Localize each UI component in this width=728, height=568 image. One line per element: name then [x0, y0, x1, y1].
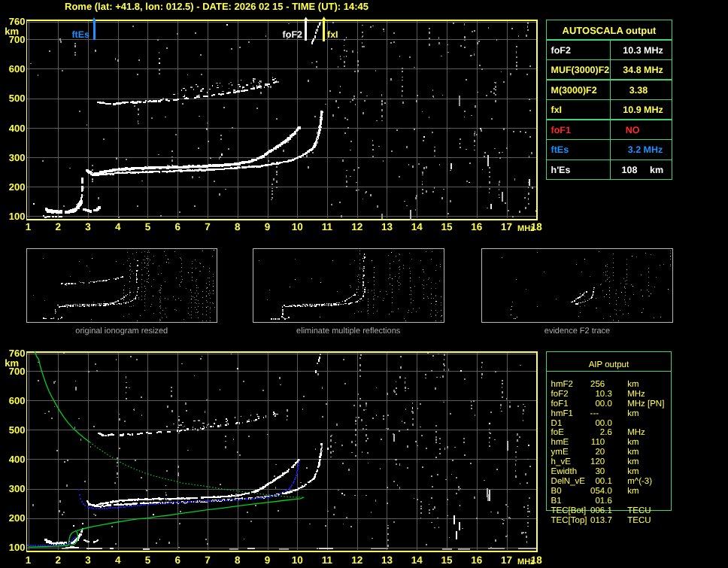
svg-text:14: 14: [411, 554, 423, 566]
svg-text:foF2: foF2: [283, 29, 302, 40]
svg-text:ymE: ymE: [551, 448, 569, 457]
svg-text:8: 8: [235, 554, 241, 566]
svg-text:256: 256: [590, 380, 605, 389]
svg-text:B1: B1: [551, 497, 562, 506]
svg-text:00: 00: [595, 419, 605, 428]
svg-text:TECU: TECU: [627, 516, 651, 525]
svg-text:km: km: [627, 380, 639, 389]
svg-text:10.9 MHz: 10.9 MHz: [623, 105, 663, 115]
svg-text:12: 12: [351, 221, 362, 232]
svg-text:120: 120: [590, 457, 605, 466]
svg-text:TECU: TECU: [627, 506, 651, 515]
svg-text:10: 10: [595, 390, 605, 399]
svg-text:ftEs: ftEs: [551, 144, 569, 155]
svg-text:14: 14: [411, 221, 423, 232]
svg-text:m^(-3): m^(-3): [627, 477, 652, 486]
svg-text:MHz: MHz: [627, 428, 645, 437]
svg-text:hmF2: hmF2: [551, 380, 573, 389]
svg-text:3.38: 3.38: [629, 85, 648, 96]
svg-text:10: 10: [292, 221, 303, 232]
svg-text:km: km: [5, 26, 19, 37]
svg-text:fxI: fxI: [551, 105, 563, 115]
svg-text:4: 4: [115, 554, 121, 566]
svg-text:100: 100: [9, 211, 26, 222]
svg-text:9: 9: [265, 554, 271, 566]
svg-text:600: 600: [9, 395, 26, 406]
svg-text:3: 3: [85, 554, 91, 566]
svg-text:km: km: [627, 457, 639, 466]
svg-text:foE: foE: [551, 428, 565, 437]
svg-text:foF2: foF2: [551, 390, 569, 399]
svg-text:km: km: [627, 467, 639, 476]
svg-text:00: 00: [595, 477, 605, 486]
svg-text:km: km: [5, 357, 19, 369]
svg-text:17: 17: [501, 221, 512, 232]
svg-text:Ewidth: Ewidth: [551, 467, 578, 476]
svg-text:B0: B0: [551, 487, 562, 496]
svg-text:hmF1: hmF1: [551, 409, 573, 418]
svg-text:400: 400: [9, 123, 26, 134]
svg-text:AIP output: AIP output: [589, 360, 629, 369]
svg-text:DelN_vE: DelN_vE: [551, 477, 586, 486]
svg-text:MUF(3000)F2: MUF(3000)F2: [551, 65, 610, 75]
svg-text:evidence F2 trace: evidence F2 trace: [544, 327, 610, 336]
svg-text:AUTOSCALA output: AUTOSCALA output: [563, 25, 657, 36]
svg-text:.0: .0: [605, 419, 612, 428]
svg-text:original ionogram resized: original ionogram resized: [75, 327, 168, 336]
svg-text:.0: .0: [605, 399, 612, 409]
svg-text:15: 15: [441, 554, 453, 566]
svg-text:400: 400: [9, 454, 26, 465]
svg-text:NO: NO: [626, 125, 640, 135]
svg-text:2: 2: [55, 221, 61, 232]
svg-text:9: 9: [265, 221, 271, 232]
svg-text:fxI: fxI: [327, 29, 338, 40]
svg-text:10: 10: [292, 554, 303, 566]
svg-text:200: 200: [9, 512, 26, 524]
svg-text:km: km: [627, 409, 639, 418]
svg-text:12: 12: [351, 554, 362, 566]
svg-text:054: 054: [590, 487, 605, 496]
svg-text:11: 11: [322, 554, 333, 566]
svg-text:108: 108: [622, 165, 638, 175]
svg-text:MHz: MHz: [517, 224, 535, 233]
svg-text:110: 110: [591, 438, 605, 447]
svg-text:013: 013: [590, 516, 605, 525]
svg-text:006: 006: [590, 506, 605, 515]
svg-text:500: 500: [9, 424, 26, 436]
svg-text:100: 100: [9, 542, 26, 553]
svg-text:1: 1: [26, 221, 32, 232]
svg-text:.1: .1: [605, 506, 612, 515]
svg-text:16: 16: [471, 221, 483, 232]
svg-text:km: km: [627, 438, 639, 447]
svg-text:8: 8: [235, 221, 241, 232]
svg-text:3: 3: [85, 221, 91, 232]
svg-text:.3: .3: [605, 390, 612, 399]
svg-text:600: 600: [9, 63, 26, 74]
svg-text:.0: .0: [605, 487, 612, 496]
svg-text:foF2: foF2: [551, 45, 571, 56]
svg-text:km: km: [627, 487, 639, 496]
svg-text:.7: .7: [605, 516, 612, 525]
svg-text:200: 200: [9, 181, 26, 193]
svg-text:D1: D1: [551, 419, 563, 428]
svg-text:6: 6: [174, 221, 180, 232]
svg-text:km: km: [650, 165, 663, 175]
svg-text:30: 30: [595, 467, 605, 476]
svg-text:MHz: MHz: [627, 399, 645, 409]
svg-text:foF1: foF1: [551, 399, 569, 409]
svg-text:.6: .6: [605, 428, 612, 437]
svg-text:1: 1: [26, 554, 32, 566]
svg-text:15: 15: [441, 221, 453, 232]
svg-text:3.2 MHz: 3.2 MHz: [628, 144, 663, 155]
svg-text:km: km: [627, 448, 639, 457]
svg-text:M(3000)F2: M(3000)F2: [551, 85, 597, 96]
svg-text:TEC[Top]: TEC[Top]: [551, 516, 587, 525]
svg-text:16: 16: [471, 554, 483, 566]
svg-text:MHz: MHz: [627, 390, 645, 399]
svg-text:10.3 MHz: 10.3 MHz: [623, 45, 663, 56]
svg-text:2: 2: [55, 554, 61, 566]
svg-text:5: 5: [145, 221, 151, 232]
svg-text:h_vE: h_vE: [551, 457, 572, 466]
svg-text:h'Es: h'Es: [551, 165, 571, 175]
svg-text:.6: .6: [605, 497, 612, 506]
